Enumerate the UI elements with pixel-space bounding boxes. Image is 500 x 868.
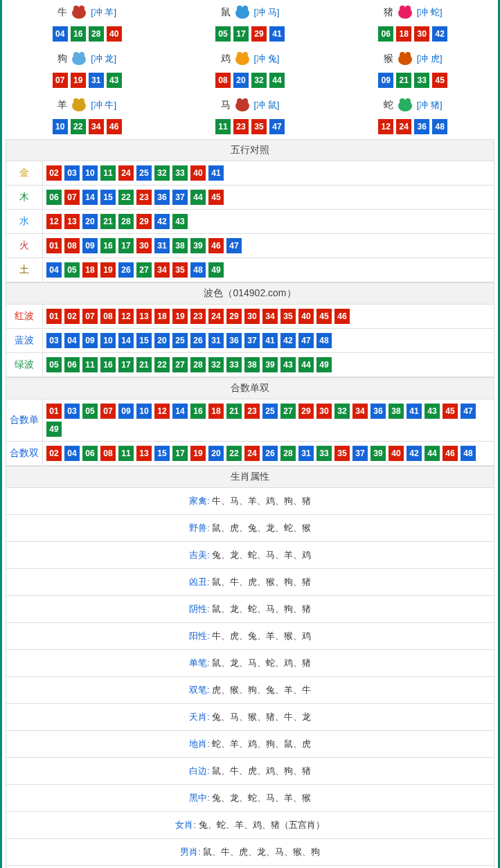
number-badge: 21 bbox=[396, 73, 411, 88]
number-badge: 12 bbox=[46, 214, 62, 229]
number-badge: 18 bbox=[82, 262, 98, 278]
number-badge: 28 bbox=[89, 26, 104, 42]
number-badge: 02 bbox=[64, 309, 80, 324]
number-badge: 31 bbox=[154, 238, 170, 253]
number-badge: 18 bbox=[208, 404, 224, 419]
number-badge: 19 bbox=[71, 73, 86, 88]
number-badge: 31 bbox=[298, 446, 314, 461]
number-badge: 24 bbox=[396, 119, 411, 134]
number-badge: 38 bbox=[172, 238, 188, 253]
number-badge: 04 bbox=[53, 26, 68, 42]
svg-point-10 bbox=[73, 52, 79, 57]
number-badge: 04 bbox=[46, 262, 62, 278]
attr-table: 生肖属性 家禽: 牛、马、羊、鸡、狗、猪野兽: 鼠、虎、兔、龙、蛇、猴吉美: 兔… bbox=[6, 466, 494, 868]
number-badge: 03 bbox=[64, 404, 80, 419]
number-badge: 07 bbox=[82, 309, 98, 324]
number-badge: 26 bbox=[262, 446, 278, 461]
attr-row: 男肖: 鼠、牛、虎、龙、马、猴、狗 bbox=[6, 839, 494, 866]
zodiac-conflict: [冲 兔] bbox=[254, 53, 280, 65]
number-badge: 42 bbox=[407, 446, 422, 461]
number-badge: 44 bbox=[269, 73, 285, 88]
zodiac-icon-goat bbox=[69, 94, 89, 116]
number-badge: 21 bbox=[226, 404, 242, 419]
number-badge: 19 bbox=[100, 262, 116, 278]
attr-text: 虎、猴、狗、兔、羊、牛 bbox=[212, 685, 311, 695]
number-badge: 23 bbox=[136, 190, 152, 205]
zodiac-icon-rooster bbox=[232, 48, 253, 69]
number-badge: 25 bbox=[262, 404, 278, 419]
svg-point-25 bbox=[400, 98, 405, 104]
zodiac-conflict: [冲 牛] bbox=[91, 99, 116, 111]
number-badge: 25 bbox=[136, 165, 152, 181]
svg-point-17 bbox=[405, 52, 411, 57]
number-badge: 37 bbox=[352, 446, 368, 461]
attr-label: 黑中: bbox=[189, 793, 210, 803]
zodiac-cell: 马[冲 鼠]11233547 bbox=[168, 93, 331, 139]
number-badge: 46 bbox=[107, 119, 122, 134]
number-badge: 39 bbox=[262, 357, 278, 372]
number-badge: 46 bbox=[208, 238, 224, 253]
number-badge: 45 bbox=[432, 73, 447, 88]
row-nums: 02031011242532334041 bbox=[43, 161, 494, 186]
number-badge: 29 bbox=[226, 309, 242, 324]
number-badge: 35 bbox=[334, 446, 350, 461]
number-badge: 16 bbox=[100, 357, 116, 372]
number-badge: 37 bbox=[244, 333, 260, 348]
number-badge: 47 bbox=[269, 119, 285, 134]
number-badge: 26 bbox=[118, 262, 134, 278]
number-badge: 09 bbox=[378, 73, 393, 88]
number-badge: 47 bbox=[226, 238, 242, 253]
zodiac-cell: 牛[冲 羊]04162840 bbox=[6, 0, 168, 46]
number-badge: 17 bbox=[118, 357, 134, 372]
number-badge: 42 bbox=[432, 26, 447, 42]
svg-point-4 bbox=[237, 6, 242, 11]
zodiac-name: 羊 bbox=[57, 99, 67, 111]
number-badge: 36 bbox=[414, 119, 429, 134]
attr-label: 阳性: bbox=[189, 631, 210, 641]
number-badge: 20 bbox=[208, 446, 224, 461]
number-badge: 16 bbox=[100, 238, 116, 253]
number-badge: 45 bbox=[316, 309, 332, 324]
wuxing-header: 五行对照 bbox=[6, 140, 494, 161]
table-row: 蓝波03040910141520252631363741424748 bbox=[6, 329, 494, 353]
number-badge: 43 bbox=[425, 404, 440, 419]
number-badge: 17 bbox=[172, 446, 188, 461]
zodiac-cell: 猴[冲 虎]09213345 bbox=[332, 46, 494, 93]
number-badge: 49 bbox=[46, 422, 62, 437]
table-row: 木06071415222336374445 bbox=[6, 186, 494, 210]
row-label: 火 bbox=[6, 234, 43, 258]
attr-row: 地肖: 蛇、羊、鸡、狗、鼠、虎 bbox=[6, 731, 494, 758]
zodiac-conflict: [冲 羊] bbox=[91, 6, 116, 19]
number-badge: 15 bbox=[154, 446, 170, 461]
attr-text: 牛、虎、兔、羊、猴、鸡 bbox=[212, 631, 311, 641]
svg-point-20 bbox=[79, 98, 84, 104]
attr-row: 凶丑: 鼠、牛、虎、猴、狗、猪 bbox=[6, 569, 494, 596]
number-badge: 40 bbox=[190, 165, 206, 181]
number-badge: 46 bbox=[334, 309, 350, 324]
number-badge: 08 bbox=[215, 73, 231, 88]
number-badge: 32 bbox=[251, 73, 267, 88]
number-badge: 36 bbox=[226, 333, 242, 348]
attr-label: 家禽: bbox=[189, 496, 210, 506]
number-badge: 27 bbox=[280, 404, 296, 419]
attr-label: 地肖: bbox=[189, 739, 210, 749]
attr-label: 天肖: bbox=[189, 712, 210, 722]
number-badge: 30 bbox=[316, 404, 332, 419]
attr-row: 家禽: 牛、马、羊、鸡、狗、猪 bbox=[6, 488, 494, 515]
zodiac-nums: 07193143 bbox=[6, 72, 168, 89]
attr-row: 三合: 鼠龙猴、牛蛇鸡、虎马狗、兔羊猪 bbox=[6, 866, 494, 869]
svg-point-2 bbox=[79, 6, 84, 11]
zodiac-cell: 鼠[冲 马]05172941 bbox=[168, 0, 331, 46]
number-badge: 40 bbox=[389, 446, 404, 461]
table-row: 合数单0103050709101214161821232527293032343… bbox=[6, 399, 494, 442]
zodiac-icon-pig bbox=[395, 1, 416, 23]
number-badge: 26 bbox=[190, 333, 206, 348]
number-badge: 23 bbox=[233, 119, 249, 134]
number-badge: 11 bbox=[82, 357, 98, 372]
zodiac-cell: 猪[冲 蛇]06183042 bbox=[332, 0, 494, 46]
bose-header: 波色（014902.com） bbox=[6, 283, 494, 305]
bose-table: 波色（014902.com） 红波01020708121318192324293… bbox=[6, 282, 494, 377]
zodiac-cell: 狗[冲 龙]07193143 bbox=[6, 46, 168, 93]
number-badge: 24 bbox=[118, 165, 134, 181]
attr-row: 双笔: 虎、猴、狗、兔、羊、牛 bbox=[6, 677, 494, 704]
